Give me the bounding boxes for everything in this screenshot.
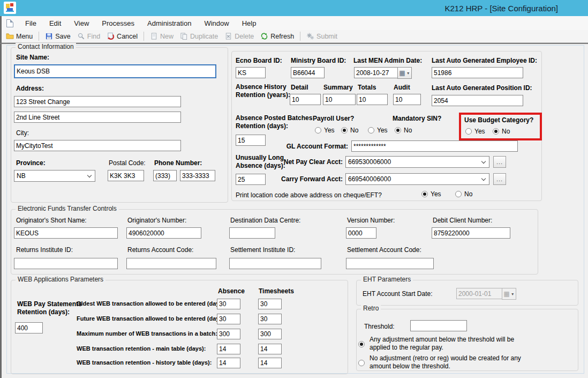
phone-number-input[interactable] — [180, 170, 215, 181]
destination-data-centre-input[interactable] — [229, 227, 275, 239]
menu-bar: File Edit View Processes Administration … — [0, 16, 588, 30]
calendar-icon: ▦ — [503, 291, 509, 297]
toolbar-separator — [39, 32, 39, 41]
use-budget-category-no-radio[interactable]: No — [493, 128, 510, 135]
debit-client-number-input[interactable] — [432, 227, 510, 239]
refresh-button[interactable]: Refresh — [258, 31, 297, 41]
radio-selected-icon — [421, 191, 428, 197]
radio-icon — [315, 127, 321, 134]
use-budget-category-yes-radio[interactable]: Yes — [465, 128, 485, 135]
menu-administration[interactable]: Administration — [142, 18, 197, 29]
originators-short-name-input[interactable] — [14, 227, 118, 239]
absence-posted-batches-input[interactable] — [236, 135, 266, 146]
duplicate-button[interactable]: Duplicate — [177, 31, 221, 41]
last-auto-employee-id-input[interactable] — [432, 67, 523, 78]
group-caption: Contact Information — [16, 43, 76, 50]
content-top-border — [0, 43, 588, 44]
retro-option1-radio[interactable] — [358, 341, 365, 347]
address-label: Address: — [16, 85, 44, 92]
web-row-label: WEB transaction retention - main table (… — [77, 345, 206, 352]
web-row-absence-input[interactable] — [217, 299, 240, 309]
web-row-absence-input[interactable] — [217, 329, 240, 339]
address-line1-input[interactable] — [14, 96, 181, 107]
net-pay-browse-button[interactable]: ... — [493, 156, 506, 168]
last-men-admin-date-input[interactable] — [354, 67, 398, 78]
radio-icon — [465, 128, 472, 135]
destination-data-centre-label: Destination Data Centre: — [230, 217, 300, 224]
web-row-timesheets-input[interactable] — [258, 358, 282, 368]
web-row-timesheets-input[interactable] — [258, 314, 282, 324]
returns-account-code-input[interactable] — [126, 258, 216, 269]
web-row-absence-input[interactable] — [217, 314, 240, 324]
web-row-timesheets-input[interactable] — [258, 329, 282, 339]
menu-window[interactable]: Window — [199, 18, 234, 29]
mandatory-sin-yes-radio[interactable]: Yes — [368, 127, 388, 134]
returns-institute-id-label: Returns Institute ID: — [16, 246, 73, 254]
toolbar: Menu Save Find Cancel New Dupl — [0, 30, 588, 43]
net-pay-clear-acct-select[interactable]: 669530006000 — [345, 156, 489, 168]
menu-button[interactable]: Menu — [3, 31, 35, 41]
version-number-input[interactable] — [346, 227, 376, 239]
mandatory-sin-no-radio[interactable]: No — [395, 127, 412, 134]
detail-label: Detail — [291, 84, 308, 91]
dropdown-arrow-icon: ▼ — [511, 292, 515, 296]
submit-button[interactable]: Submit — [304, 31, 340, 41]
unusually-long-absence-input[interactable] — [236, 174, 266, 185]
threshold-input[interactable] — [410, 320, 467, 331]
gl-account-format-input[interactable] — [351, 140, 518, 152]
phone-area-input[interactable] — [153, 170, 177, 181]
web-row-timesheets-input[interactable] — [258, 299, 282, 309]
cancel-button[interactable]: Cancel — [104, 31, 140, 41]
ministry-board-id-input[interactable] — [291, 67, 325, 78]
save-button[interactable]: Save — [42, 31, 73, 41]
gl-account-format-label: GL Account Format: — [272, 143, 348, 150]
originators-number-input[interactable] — [126, 227, 201, 239]
print-location-yes-radio[interactable]: Yes — [421, 190, 441, 198]
menu-file[interactable]: File — [20, 18, 42, 29]
new-button[interactable]: New — [147, 31, 176, 41]
menu-view[interactable]: View — [69, 18, 94, 29]
city-input[interactable] — [14, 140, 181, 151]
ecno-board-id-input[interactable] — [236, 67, 266, 78]
absence-posted-batches-label: Absence Posted Batches Retention (days): — [236, 114, 316, 130]
web-row-absence-input[interactable] — [217, 358, 240, 368]
web-pay-statements-retention-input[interactable] — [15, 322, 43, 333]
summary-input[interactable] — [323, 94, 356, 105]
settlement-account-code-input[interactable] — [346, 258, 434, 269]
menu-help[interactable]: Help — [237, 18, 262, 29]
mandatory-sin-label: Mandatory SIN? — [393, 115, 441, 122]
print-location-label: Print location code above address on che… — [236, 191, 382, 199]
menu-edit[interactable]: Edit — [44, 18, 66, 29]
find-button[interactable]: Find — [74, 31, 103, 41]
carry-forward-browse-button[interactable]: ... — [493, 173, 506, 185]
payroll-user-yes-radio[interactable]: Yes — [315, 127, 335, 134]
province-select[interactable]: NB — [14, 170, 95, 182]
carry-forward-acct-select[interactable]: 669540006000 — [345, 173, 489, 185]
radio-icon — [368, 127, 374, 134]
settlement-institute-id-input[interactable] — [229, 258, 321, 269]
timesheets-column-header: Timesheets — [259, 287, 294, 295]
detail-input[interactable] — [290, 94, 321, 105]
print-location-no-radio[interactable]: No — [455, 190, 472, 198]
last-auto-position-id-input[interactable] — [432, 95, 523, 106]
address-line2-input[interactable] — [14, 112, 181, 123]
retro-option2-radio[interactable] — [358, 360, 365, 366]
postal-code-input[interactable] — [108, 170, 144, 181]
date-picker-button[interactable]: ▦▼ — [397, 67, 412, 79]
totals-input[interactable] — [357, 94, 388, 105]
dropdown-arrow-icon: ▼ — [406, 71, 410, 75]
radio-icon — [455, 191, 462, 197]
document-icon[interactable] — [6, 19, 13, 27]
payroll-user-no-radio[interactable]: No — [341, 127, 358, 134]
returns-institute-id-input[interactable] — [14, 258, 118, 269]
menu-processes[interactable]: Processes — [96, 18, 140, 29]
title-bar: K212 HRP - [Site Configuration] — [0, 0, 588, 16]
radio-selected-icon — [341, 127, 348, 134]
web-row-timesheets-input[interactable] — [258, 344, 282, 354]
delete-button[interactable]: Delete — [222, 31, 257, 41]
last-auto-position-id-label: Last Auto Generated Position ID: — [432, 84, 532, 92]
version-number-label: Version Number: — [347, 217, 395, 224]
site-name-input[interactable] — [14, 64, 216, 78]
audit-input[interactable] — [393, 94, 421, 105]
web-row-absence-input[interactable] — [217, 344, 240, 354]
